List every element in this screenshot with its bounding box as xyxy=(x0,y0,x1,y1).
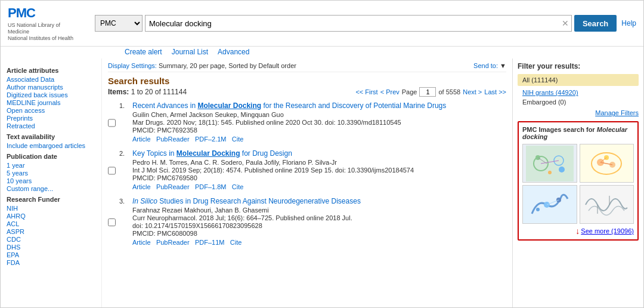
result-pmcid-1: PMCID: PMC7692358 xyxy=(132,127,506,134)
sidebar-acl[interactable]: ACL xyxy=(7,220,95,227)
result-checkbox-3[interactable] xyxy=(108,198,116,247)
result-journal-3a: Curr Neuropharmacol. 2018 Jul; 16(6): 66… xyxy=(132,214,506,221)
result-pubreader-link-1[interactable]: PubReader xyxy=(156,135,190,143)
help-link[interactable]: Help xyxy=(621,19,636,27)
pmc-image-4[interactable] xyxy=(580,185,634,224)
result-pdf-link-1[interactable]: PDF–2.1M xyxy=(195,135,227,143)
result-cite-link-1[interactable]: Cite xyxy=(232,135,244,143)
send-to-link[interactable]: Send to: xyxy=(473,62,498,69)
article-attributes-title: Article attributes xyxy=(7,67,95,74)
display-bar: Display Settings: Summary, 20 per page, … xyxy=(108,62,506,72)
sidebar-aspr[interactable]: ASPR xyxy=(7,228,95,235)
pagination-first[interactable]: << First xyxy=(355,88,377,96)
pmc-image-1[interactable] xyxy=(522,144,577,183)
search-bar: PMC ✕ Search xyxy=(95,15,617,32)
results-list: 1. Recent Advances in Molecular Docking … xyxy=(108,101,506,247)
journal-list-link[interactable]: Journal List xyxy=(172,48,208,56)
sidebar-dhs[interactable]: DHS xyxy=(7,244,95,251)
page-number-input[interactable] xyxy=(419,87,436,97)
sidebar-5years[interactable]: 5 years xyxy=(7,170,95,177)
result-number-1: 1. xyxy=(119,101,129,143)
sidebar-associated-data[interactable]: Associated Data xyxy=(7,76,95,83)
sidebar-ahrq[interactable]: AHRQ xyxy=(7,212,95,220)
sidebar-nih[interactable]: NIH xyxy=(7,205,95,212)
pagination-page-label: Page xyxy=(402,88,417,96)
sidebar-cdc[interactable]: CDC xyxy=(7,236,95,243)
see-more-link[interactable]: See more (19096) xyxy=(581,227,634,235)
sidebar-preprints[interactable]: Preprints xyxy=(7,115,95,122)
text-availability-title: Text availability xyxy=(7,133,95,140)
search-results-heading: Search results xyxy=(108,76,506,86)
result-links-2: Article PubReader PDF–1.8M Cite xyxy=(132,183,506,191)
result-article-link-1[interactable]: Article xyxy=(132,135,151,143)
sidebar-epa[interactable]: EPA xyxy=(7,251,95,258)
items-count: Items: 1 to 20 of 111144 xyxy=(108,88,187,96)
sidebar-retracted[interactable]: Retracted xyxy=(7,122,95,130)
sidebar-author-manuscripts[interactable]: Author manuscripts xyxy=(7,84,95,91)
search-button[interactable]: Search xyxy=(574,15,617,32)
result-authors-1: Guilin Chen, Armel Jackson Seukep, Mingq… xyxy=(132,111,506,118)
result-number-2: 2. xyxy=(119,149,129,191)
sidebar-include-embargoed[interactable]: Include embargoed articles xyxy=(7,142,95,149)
result-journal-3b: doi: 10.2174/1570159X15666170823095628 xyxy=(132,222,506,229)
result-pdf-link-3[interactable]: PDF–11M xyxy=(195,239,225,246)
result-title-1: Recent Advances in Molecular Docking for… xyxy=(132,101,506,110)
sidebar-medline-journals[interactable]: MEDLINE journals xyxy=(7,99,95,106)
arrow-down-icon: ↓ xyxy=(575,226,580,236)
display-settings-link[interactable]: Display Settings: xyxy=(108,62,157,69)
research-funder-title: Research Funder xyxy=(7,196,95,203)
result-cite-link-3[interactable]: Cite xyxy=(230,239,242,246)
images-grid xyxy=(522,144,634,224)
sidebar-1year[interactable]: 1 year xyxy=(7,162,95,169)
sidebar-digitized-back[interactable]: Digitized back issues xyxy=(7,91,95,98)
pagination-next[interactable]: Next > xyxy=(463,88,482,96)
result-article-link-3[interactable]: Article xyxy=(132,239,151,246)
clear-search-icon[interactable]: ✕ xyxy=(559,19,571,28)
manage-filters-link[interactable]: Manage Filters xyxy=(518,109,639,116)
result-pubreader-link-2[interactable]: PubReader xyxy=(156,183,190,190)
send-to-arrow: ▼ xyxy=(500,62,506,69)
main-layout: Article attributes Associated Data Autho… xyxy=(1,58,643,308)
list-item: 1. Recent Advances in Molecular Docking … xyxy=(108,101,506,143)
filter-all[interactable]: All (111144) xyxy=(518,74,639,86)
pmc-image-2[interactable] xyxy=(580,144,634,183)
create-alert-link[interactable]: Create alert xyxy=(125,48,162,56)
database-select[interactable]: PMC xyxy=(95,15,143,32)
result-body-3: In Silico Studies in Drug Research Again… xyxy=(132,197,506,247)
result-article-link-2[interactable]: Article xyxy=(132,183,151,190)
pmc-logo: PMC US National Library of Medicine Nati… xyxy=(8,5,85,41)
pagination-of: of 5558 xyxy=(438,88,460,96)
filter-panel: Filter your results: All (111144) NIH gr… xyxy=(512,58,643,308)
sidebar-open-access[interactable]: Open access xyxy=(7,107,95,114)
result-body-2: Key Topics in Molecular Docking for Drug… xyxy=(132,149,506,191)
result-pdf-link-2[interactable]: PDF–1.8M xyxy=(195,183,227,190)
sidebar-10years[interactable]: 10 years xyxy=(7,177,95,184)
advanced-link[interactable]: Advanced xyxy=(218,48,249,56)
svg-point-5 xyxy=(559,167,565,173)
filter-title: Filter your results: xyxy=(518,62,639,70)
pmc-images-box: PMC Images search for Molecular docking xyxy=(518,121,639,241)
search-input[interactable] xyxy=(145,16,559,31)
result-journal-2: Int J Mol Sci. 2019 Sep; 20(18): 4574. P… xyxy=(132,167,506,174)
result-title-link-3[interactable]: In Silico Studies in Drug Research Again… xyxy=(132,197,361,205)
pmc-logo-text: PMC xyxy=(8,5,35,21)
result-pubreader-link-3[interactable]: PubReader xyxy=(156,239,190,246)
header: PMC US National Library of Medicine Nati… xyxy=(1,1,643,47)
pagination-prev[interactable]: < Prev xyxy=(380,88,400,96)
result-checkbox-2[interactable] xyxy=(108,150,116,191)
main-content: Display Settings: Summary, 20 per page, … xyxy=(102,58,512,308)
result-checkbox-1[interactable] xyxy=(108,103,116,143)
result-title-link-2[interactable]: Key Topics in Molecular Docking for Drug… xyxy=(132,149,292,158)
result-links-3: Article PubReader PDF–11M Cite xyxy=(132,238,506,247)
see-more[interactable]: ↓ See more (19096) xyxy=(522,226,634,236)
pagination-last[interactable]: Last >> xyxy=(484,88,506,96)
filter-nih-grants[interactable]: NIH grants (44920) xyxy=(518,88,639,97)
result-number-3: 3. xyxy=(119,197,129,247)
pmc-image-3[interactable] xyxy=(522,185,577,224)
sidebar-custom-range[interactable]: Custom range... xyxy=(7,185,95,192)
result-pmcid-3: PMCID: PMC6080098 xyxy=(132,230,506,237)
sidebar-fda[interactable]: FDA xyxy=(7,259,95,266)
result-cite-link-2[interactable]: Cite xyxy=(232,183,244,190)
result-title-link-1[interactable]: Recent Advances in Molecular Docking for… xyxy=(132,101,446,110)
filter-embargoed: Embargoed (0) xyxy=(518,97,639,107)
